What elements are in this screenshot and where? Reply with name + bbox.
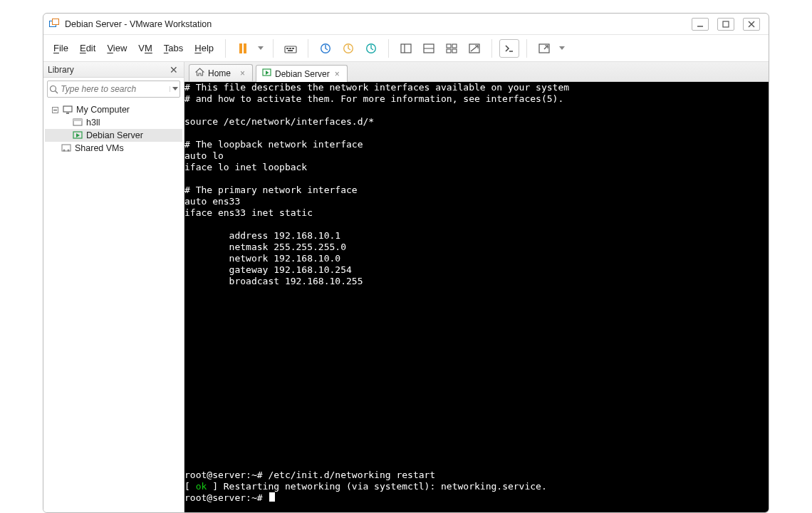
tree-label: My Computer <box>76 105 130 115</box>
svg-rect-19 <box>447 44 451 48</box>
svg-rect-20 <box>452 44 457 48</box>
svg-marker-44 <box>196 68 204 76</box>
library-search-dropdown[interactable] <box>170 86 179 92</box>
vm-console-terminal[interactable]: # This file describes the network interf… <box>184 82 769 512</box>
tree-label: h3ll <box>86 118 100 128</box>
vm-running-icon <box>72 131 83 140</box>
menu-vm[interactable]: VM <box>134 41 157 56</box>
library-search[interactable] <box>47 81 180 98</box>
tab-close-button[interactable]: × <box>239 68 246 78</box>
app-window: Debian Server - VMware Workstation File … <box>43 13 769 513</box>
title-bar: Debian Server - VMware Workstation <box>43 14 769 35</box>
window-title: Debian Server - VMware Workstation <box>65 19 212 29</box>
menu-view[interactable]: View <box>103 41 131 56</box>
toolbar-separator <box>491 39 492 58</box>
svg-rect-21 <box>447 49 451 53</box>
library-tree: My Computer h3ll Debian Server <box>43 100 184 157</box>
workspace: Home × Debian Server × # This file descr… <box>184 62 769 512</box>
monitor-icon <box>62 105 73 114</box>
fullscreen-dropdown[interactable] <box>557 46 567 51</box>
tab-label: Debian Server <box>275 69 330 79</box>
tree-item-h3ll[interactable]: h3ll <box>45 116 182 129</box>
library-title: Library <box>48 65 74 75</box>
snapshot-take-button[interactable] <box>316 39 335 58</box>
svg-marker-40 <box>76 133 80 138</box>
toolbar-separator <box>526 39 527 58</box>
tab-debian-server[interactable]: Debian Server × <box>256 65 348 82</box>
tab-strip: Home × Debian Server × <box>184 62 769 82</box>
svg-rect-11 <box>288 50 293 51</box>
menu-help[interactable]: Help <box>190 41 218 56</box>
svg-rect-1 <box>723 21 729 27</box>
svg-rect-10 <box>292 48 294 49</box>
library-search-input[interactable] <box>59 83 170 95</box>
svg-marker-32 <box>172 87 178 90</box>
svg-marker-46 <box>266 71 269 75</box>
collapse-icon[interactable] <box>51 107 59 113</box>
tab-label: Home <box>208 68 231 78</box>
svg-rect-8 <box>286 48 288 49</box>
toolbar-separator <box>225 39 226 58</box>
svg-line-31 <box>55 90 58 93</box>
menu-bar: File Edit View VM Tabs Help <box>43 35 769 62</box>
snapshot-revert-button[interactable] <box>338 39 358 58</box>
menu-tabs[interactable]: Tabs <box>160 41 187 56</box>
tree-label: Shared VMs <box>75 143 124 153</box>
svg-rect-4 <box>239 43 242 53</box>
tree-root-my-computer[interactable]: My Computer <box>45 103 182 116</box>
fullscreen-button[interactable] <box>534 39 554 58</box>
window-controls <box>692 18 764 31</box>
library-close-button[interactable]: ✕ <box>168 65 179 75</box>
svg-rect-35 <box>63 106 72 112</box>
svg-rect-5 <box>244 43 246 53</box>
svg-point-43 <box>68 150 70 152</box>
svg-marker-6 <box>258 46 264 50</box>
tab-close-button[interactable]: × <box>333 69 341 79</box>
svg-rect-7 <box>285 46 296 53</box>
svg-rect-38 <box>73 119 82 121</box>
tree-label: Debian Server <box>86 130 143 140</box>
pause-vm-button[interactable] <box>233 39 253 58</box>
library-panel: Library ✕ <box>43 62 184 512</box>
vm-icon <box>72 118 83 127</box>
toolbar-separator <box>273 39 274 58</box>
view-single-button[interactable] <box>396 39 416 58</box>
shared-icon <box>61 144 72 152</box>
tree-item-shared-vms[interactable]: Shared VMs <box>45 142 182 155</box>
toolbar-separator <box>388 39 389 58</box>
svg-marker-29 <box>559 46 565 50</box>
tree-item-debian-server[interactable]: Debian Server <box>45 129 182 142</box>
view-thumbnail-button[interactable] <box>442 39 462 58</box>
menu-file[interactable]: File <box>49 41 73 56</box>
svg-rect-22 <box>452 49 457 53</box>
snapshot-manager-button[interactable] <box>361 39 381 58</box>
svg-rect-15 <box>401 44 411 53</box>
power-dropdown[interactable] <box>256 46 266 51</box>
view-list-button[interactable] <box>419 39 439 58</box>
menu-edit[interactable]: Edit <box>76 41 100 56</box>
svg-point-30 <box>50 86 56 91</box>
svg-rect-9 <box>289 48 291 49</box>
vmware-app-icon <box>49 19 61 30</box>
svg-line-24 <box>471 46 478 51</box>
maximize-button[interactable] <box>717 18 734 31</box>
console-button[interactable] <box>499 39 519 58</box>
toolbar-separator <box>308 39 308 58</box>
search-icon <box>48 85 59 94</box>
main-area: Library ✕ <box>43 62 769 512</box>
close-button[interactable] <box>743 18 760 31</box>
send-ctrl-alt-del-button[interactable] <box>281 39 301 58</box>
library-header: Library ✕ <box>43 62 184 78</box>
vm-running-icon <box>262 68 271 79</box>
svg-point-42 <box>63 150 66 152</box>
svg-line-28 <box>544 46 548 49</box>
view-stretch-button[interactable] <box>464 39 484 58</box>
home-icon <box>195 68 204 78</box>
minimize-button[interactable] <box>692 18 709 31</box>
tab-home[interactable]: Home × <box>189 64 253 81</box>
